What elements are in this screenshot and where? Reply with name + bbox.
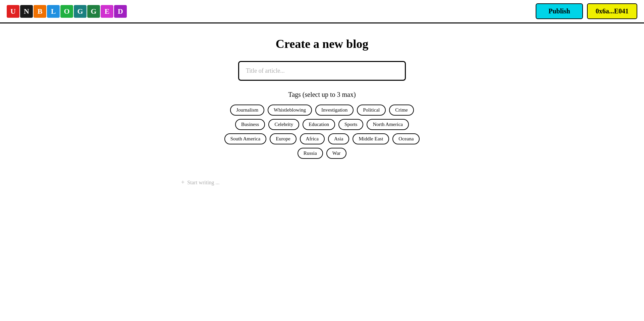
tag-oceana[interactable]: Oceana <box>392 133 420 144</box>
tag-journalism[interactable]: Journalism <box>230 105 264 116</box>
tag-whistleblowing[interactable]: Whistleblowing <box>268 105 312 116</box>
editor-placeholder[interactable]: + Start writing ... <box>181 179 463 186</box>
tag-africa[interactable]: Africa <box>300 133 325 144</box>
logo-letter-g: G <box>87 5 100 18</box>
tag-business[interactable]: Business <box>235 119 265 130</box>
logo-letter-d: D <box>114 5 127 18</box>
title-input[interactable] <box>238 61 406 81</box>
tag-political[interactable]: Political <box>357 105 386 116</box>
tag-sports[interactable]: Sports <box>338 119 363 130</box>
tag-investigation[interactable]: Investigation <box>315 105 354 116</box>
tag-south-america[interactable]: South America <box>224 133 267 144</box>
tags-label: Tags (select up to 3 max) <box>288 91 356 99</box>
logo-letter-l: L <box>47 5 60 18</box>
tag-russia[interactable]: Russia <box>298 148 323 159</box>
editor-area: + Start writing ... <box>87 172 557 193</box>
wallet-button[interactable]: 0x6a...E041 <box>587 3 637 19</box>
plus-icon: + <box>181 179 184 186</box>
tag-crime[interactable]: Crime <box>389 105 414 116</box>
header: UNBLOGGED Publish 0x6a...E041 <box>0 0 644 23</box>
tag-middle-east[interactable]: Middle East <box>353 133 389 144</box>
publish-button[interactable]: Publish <box>536 3 583 19</box>
tag-asia[interactable]: Asia <box>328 133 350 144</box>
logo-letter-u: U <box>7 5 19 18</box>
tag-education[interactable]: Education <box>303 119 335 130</box>
header-right: Publish 0x6a...E041 <box>536 3 637 19</box>
logo-letter-n: N <box>20 5 33 18</box>
logo-letter-b: B <box>34 5 46 18</box>
tag-war[interactable]: War <box>326 148 347 159</box>
tags-container: JournalismWhistleblowingInvestigationPol… <box>221 105 423 159</box>
logo-letter-e: E <box>101 5 113 18</box>
page-title: Create a new blog <box>276 37 368 51</box>
tag-europe[interactable]: Europe <box>270 133 296 144</box>
main-content: Create a new blog Tags (select up to 3 m… <box>0 23 644 193</box>
tag-celebrity[interactable]: Celebrity <box>268 119 299 130</box>
editor-placeholder-text: Start writing ... <box>187 180 219 186</box>
logo[interactable]: UNBLOGGED <box>7 5 127 18</box>
logo-letter-o: O <box>60 5 73 18</box>
tag-north-america[interactable]: North America <box>367 119 409 130</box>
logo-letter-g: G <box>74 5 87 18</box>
